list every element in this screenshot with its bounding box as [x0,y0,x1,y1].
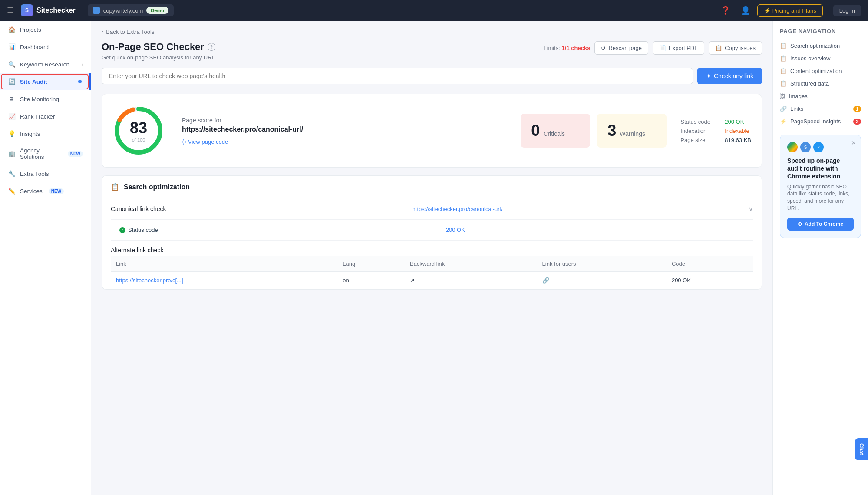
rank-tracker-icon: 📈 [8,112,16,120]
services-new-badge: NEW [49,188,64,194]
nav-item-content-optimization[interactable]: 📋 Content optimization [780,65,861,77]
page-title: On-Page SEO Checker ? [102,41,215,53]
view-code-link[interactable]: ⟨⟩ View page code [182,139,503,145]
login-button[interactable]: Log In [833,5,861,16]
help-icon[interactable]: ❓ [721,6,730,15]
sidebar-item-agency-solutions[interactable]: 🏢 Agency Solutions NEW [0,142,91,165]
sidebar-label-rank-tracker: Rank Tracker [20,113,55,120]
sidebar-label-site-audit: Site Audit [20,79,47,85]
table-row: https://sitechecker.pro/c[...] en ↗ 🔗 20… [111,272,753,289]
sidebar-label-site-monitoring: Site Monitoring [20,96,59,102]
status-code-sub-label: Status code [128,227,158,233]
page-size-value: 819.63 KB [725,137,751,143]
limits-text: Limits: 1/1 checks [544,45,590,51]
nav-icon: 🖼 [780,93,785,99]
status-code-key: Status code [680,119,719,125]
criticals-card: 0 Criticals [521,114,590,148]
search-optimization-section: 📋 Search optimization Canonical link che… [102,175,762,290]
col-backward: Backward link [405,256,537,272]
cell-code: 200 OK [667,272,753,289]
sidebar-item-insights[interactable]: 💡 Insights [0,125,91,142]
nav-item-links[interactable]: 🔗 Links 1 [780,102,861,115]
hamburger-icon[interactable]: ☰ [7,6,14,15]
metrics-row: 0 Criticals 3 Warnings Status code [521,114,751,148]
chrome-icons: S ✓ [787,142,854,152]
logo-icon: S [21,4,33,16]
sidebar-item-keyword-research[interactable]: 🔍 Keyword Research › [0,56,91,73]
nav-badge: 1 [853,106,861,112]
sidebar-item-dashboard[interactable]: 📊 Dashboard [0,38,91,56]
breadcrumb-text: Back to Extra Tools [106,29,154,35]
breadcrumb[interactable]: ‹ Back to Extra Tools [102,29,762,35]
agency-solutions-new-badge: NEW [68,151,83,157]
status-code-sub-value: 200 OK [446,227,465,233]
nav-item-images[interactable]: 🖼 Images [780,90,861,102]
site-favicon [93,7,100,14]
warnings-label: Warnings [620,130,645,137]
demo-badge: Demo [146,7,168,14]
copy-label: Copy issues [725,45,756,51]
status-code-row: ✓ Status code 200 OK [111,220,753,241]
sidebar-item-projects[interactable]: 🏠 Projects [0,21,91,38]
nav-item-pagespeed-insights[interactable]: ⚡ PageSpeed Insights 2 [780,115,861,128]
right-panel: Page navigation 📋 Search optimization 📋 … [772,21,868,495]
check-link-button[interactable]: ✦ Check any link [697,68,762,84]
sidebar-label-keyword-research: Keyword Research [20,61,69,68]
page-actions: Limits: 1/1 checks ↺ Rescan page 📄 Expor… [544,41,762,55]
sidebar-label-dashboard: Dashboard [20,44,49,50]
breadcrumb-arrow: ‹ [102,29,103,35]
nav-icon: 📋 [780,43,787,49]
canonical-url[interactable]: https://sitechecker.pro/canonical-url/ [413,206,502,212]
url-input[interactable] [102,68,693,84]
export-pdf-button[interactable]: 📄 Export PDF [653,41,704,55]
score-value: 83 [130,119,147,137]
alternate-link-table: Link Lang Backward link Link for users C… [111,256,753,289]
export-icon: 📄 [659,45,666,51]
indexation-value: Indexable [725,128,749,134]
user-icon[interactable]: 👤 [741,6,750,15]
sidebar-item-site-audit[interactable]: 🔄 Site Audit ➜ [0,73,91,90]
nav-item-search-optimization[interactable]: 📋 Search optimization [780,40,861,52]
warnings-card: 3 Warnings [597,114,667,148]
score-of: of 100 [130,137,147,142]
nav-item-label: Structured data [790,80,829,87]
nav-badge: 2 [853,119,861,125]
chrome-icon: ⊕ [798,221,802,227]
nav-icon: ⚡ [780,118,787,125]
site-selector[interactable]: copywritely.com Demo [88,4,174,16]
copy-icon: 📋 [715,45,722,51]
pricing-button[interactable]: ⚡ Pricing and Plans [757,4,823,17]
add-to-chrome-button[interactable]: ⊕ Add To Chrome [787,218,854,231]
sidebar-item-extra-tools[interactable]: 🔧 Extra Tools [0,165,91,182]
insights-icon: 💡 [8,130,16,138]
chrome-card-close-button[interactable]: ✕ [851,139,856,146]
criticals-label: Criticals [543,130,565,137]
copy-issues-button[interactable]: 📋 Copy issues [709,41,762,55]
help-tooltip-icon[interactable]: ? [208,43,215,51]
status-grid: Status code 200 OK Indexation Indexable … [680,119,751,143]
sidebar-item-rank-tracker[interactable]: 📈 Rank Tracker [0,108,91,125]
canonical-check-label: Canonical link check [111,205,166,212]
expand-icon[interactable]: ∨ [749,205,753,212]
nav-item-issues-overview[interactable]: 📋 Issues overview [780,52,861,65]
add-to-chrome-label: Add To Chrome [805,221,843,227]
services-icon: ✏️ [8,187,16,195]
search-optimization-title: Search optimization [124,183,190,191]
nav-icon: 📋 [780,55,787,62]
alternate-link-header: Alternate link check [111,241,753,256]
cell-users: 🔗 [537,272,667,289]
chat-widget[interactable]: Chat [855,438,868,460]
keyword-research-icon: 🔍 [8,60,16,68]
sidebar-item-site-monitoring[interactable]: 🖥 Site Monitoring [0,90,91,108]
cell-link[interactable]: https://sitechecker.pro/c[...] [111,272,337,289]
check-label: Check any link [714,73,753,79]
rescan-page-button[interactable]: ↺ Rescan page [594,41,648,55]
limits-value: 1/1 checks [562,45,591,51]
chrome-extension-card: ✕ S ✓ Speed up on-page audit routine wit… [780,135,861,238]
sidebar-label-projects: Projects [20,26,41,33]
projects-icon: 🏠 [8,26,16,33]
nav-item-structured-data[interactable]: 📋 Structured data [780,77,861,90]
status-ok-icon: ✓ [119,227,125,233]
extension-icon: ✓ [813,142,824,152]
sidebar-item-services[interactable]: ✏️ Services NEW [0,182,91,200]
